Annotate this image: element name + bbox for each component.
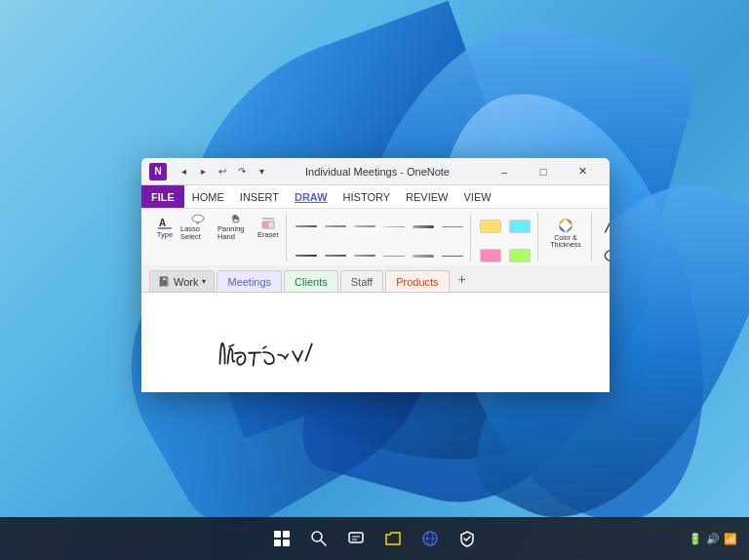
svg-rect-13 — [283, 531, 290, 538]
highlighter-row — [477, 213, 533, 240]
svg-point-10 — [605, 251, 610, 261]
eraser-button[interactable]: Eraser — [255, 213, 282, 240]
pen-stroke-3[interactable] — [351, 213, 378, 240]
taskbar: 🔋 🔊 📶 — [0, 517, 749, 560]
tool-group-pens: Tools — [289, 213, 471, 261]
svg-rect-18 — [349, 533, 363, 542]
menu-draw[interactable]: DRAW — [287, 185, 335, 208]
taskbar-chat-button[interactable] — [340, 523, 372, 554]
pen-stroke-7[interactable] — [293, 242, 320, 265]
pen-stroke-4[interactable] — [380, 213, 408, 240]
pen-stroke-2[interactable] — [322, 213, 349, 240]
highlighter-lime[interactable] — [506, 242, 533, 265]
menu-review[interactable]: REVIEW — [398, 185, 455, 208]
tab-products[interactable]: Products — [385, 270, 449, 292]
svg-line-17 — [321, 540, 326, 545]
pen-stroke-10[interactable] — [380, 242, 408, 265]
maximize-button[interactable]: □ — [524, 158, 563, 185]
svg-rect-12 — [274, 531, 281, 538]
title-bar: N ◂ ▸ ↩ ↷ ▾ Individual Meetings - OneNot… — [141, 158, 610, 185]
tool-group-highlighters — [473, 213, 538, 261]
taskbar-explorer-button[interactable] — [377, 523, 409, 554]
shape-4[interactable] — [598, 242, 610, 265]
type-tool-button[interactable]: A Type — [151, 213, 178, 240]
page-canvas[interactable] — [141, 293, 610, 392]
shape-1[interactable] — [598, 213, 610, 240]
pen-row — [293, 213, 466, 240]
pen-stroke-11[interactable] — [410, 242, 437, 265]
minimize-button[interactable]: – — [485, 158, 524, 185]
svg-text:A: A — [159, 218, 166, 228]
panning-hand-button[interactable]: Panning Hand — [217, 213, 253, 240]
svg-rect-5 — [268, 221, 274, 228]
undo-button[interactable]: ↩ — [214, 163, 231, 180]
eraser-label: Eraser — [257, 231, 279, 239]
panning-label: Panning Hand — [217, 225, 253, 240]
notebook-selector[interactable]: 📓 Work ▾ — [149, 270, 215, 292]
pen-stroke-1[interactable] — [293, 213, 320, 240]
taskbar-system-tray: 🔋 🔊 📶 — [689, 533, 737, 545]
pen-stroke-6[interactable] — [439, 213, 466, 240]
pen-stroke-5[interactable] — [410, 213, 437, 240]
svg-point-2 — [192, 215, 204, 222]
taskbar-browser-button[interactable] — [414, 523, 446, 554]
lasso-label: Lasso Select — [180, 225, 216, 240]
svg-rect-15 — [283, 540, 290, 546]
menu-bar: FILE HOME INSERT DRAW HISTORY REVIEW VIE… — [141, 185, 610, 209]
highlighter-pink[interactable] — [477, 242, 504, 265]
qat-controls: ◂ ▸ ↩ ↷ ▾ — [175, 163, 270, 180]
section-tabs-bar: 📓 Work ▾ Meetings Clients Staff Products… — [141, 265, 610, 293]
notebook-icon: 📓 — [158, 276, 170, 287]
back-button[interactable]: ◂ — [175, 163, 192, 180]
redo-button[interactable]: ↷ — [233, 163, 251, 180]
window-controls: – □ ✕ — [485, 158, 602, 185]
window-title: Individual Meetings - OneNote — [270, 166, 485, 178]
onenote-window: N ◂ ▸ ↩ ↷ ▾ Individual Meetings - OneNot… — [141, 158, 610, 392]
pen-stroke-12[interactable] — [439, 242, 466, 265]
menu-insert[interactable]: INSERT — [232, 185, 287, 208]
highlighter-cyan[interactable] — [506, 213, 533, 240]
svg-rect-14 — [274, 540, 281, 546]
color-thickness-button[interactable]: Color &Thickness — [544, 213, 587, 252]
tool-group-color: Color &Thickness — [540, 213, 592, 261]
add-section-button[interactable]: + — [452, 268, 473, 290]
type-label: Type — [157, 231, 173, 239]
menu-history[interactable]: HISTORY — [335, 185, 399, 208]
title-bar-left: N ◂ ▸ ↩ ↷ ▾ — [149, 163, 270, 180]
menu-home[interactable]: HOME — [184, 185, 232, 208]
menu-view[interactable]: VIEW — [456, 185, 499, 208]
pen-stroke-8[interactable] — [322, 242, 349, 265]
color-thickness-label: Color &Thickness — [550, 234, 581, 248]
handwriting-content — [199, 314, 396, 384]
tool-group-shapes: Shapes — [594, 213, 610, 261]
onenote-logo: N — [149, 163, 167, 180]
lasso-select-button[interactable]: Lasso Select — [180, 213, 216, 240]
pen-stroke-9[interactable] — [351, 242, 378, 265]
menu-file[interactable]: FILE — [141, 185, 184, 208]
notebook-dropdown-icon: ▾ — [202, 277, 206, 286]
highlighter-yellow[interactable] — [477, 213, 504, 240]
tab-staff[interactable]: Staff — [340, 270, 383, 292]
tab-clients[interactable]: Clients — [284, 270, 338, 292]
taskbar-start-button[interactable] — [266, 523, 297, 554]
close-button[interactable]: ✕ — [563, 158, 602, 185]
forward-button[interactable]: ▸ — [194, 163, 212, 180]
draw-toolbar: A Type Lasso Select Panning — [141, 209, 610, 265]
tool-group-select: A Type Lasso Select Panning — [147, 213, 287, 261]
taskbar-security-button[interactable] — [452, 523, 483, 554]
taskbar-search-button[interactable] — [303, 523, 335, 554]
customize-qat-button[interactable]: ▾ — [253, 163, 270, 180]
notebook-name: Work — [174, 276, 198, 288]
tab-meetings[interactable]: Meetings — [217, 270, 282, 292]
select-tools-row: A Type Lasso Select Panning — [151, 213, 282, 240]
